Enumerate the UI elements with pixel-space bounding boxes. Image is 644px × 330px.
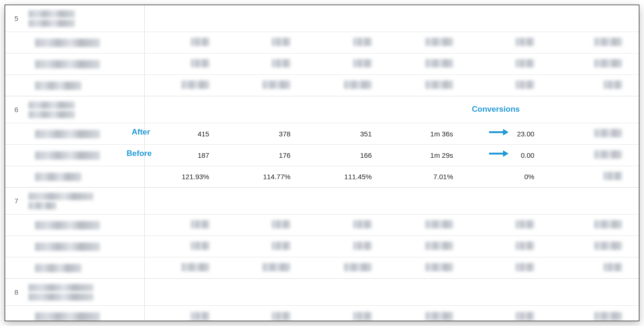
cell-value: 1m 36s (389, 130, 470, 138)
group-title-redacted (28, 193, 94, 209)
cell-redacted (516, 242, 534, 250)
cell-redacted (353, 38, 372, 46)
analytics-comparison-panel: 5 6 (5, 5, 639, 321)
row-label-redacted (35, 39, 100, 47)
row-label-redacted (35, 312, 100, 321)
cell-redacted (604, 81, 622, 89)
table-row-after: 415 378 351 1m 36s 23.00 (5, 123, 639, 145)
cell-redacted (181, 81, 209, 89)
cell-value: 378 (226, 130, 308, 138)
table-row-percent: 121.93% 114.77% 111.45% 7.01% 0% (5, 166, 639, 188)
cell-redacted (594, 220, 622, 229)
group-header-6: 6 (5, 96, 639, 123)
cell-value: 176 (226, 151, 308, 159)
row-label-redacted (35, 151, 100, 160)
cell-redacted (594, 242, 622, 250)
cell-value: 187 (145, 151, 226, 159)
cell-redacted (594, 38, 622, 46)
cell-redacted (272, 220, 290, 229)
cell-redacted (272, 242, 290, 250)
cell-percent: 111.45% (307, 173, 389, 181)
cell-redacted (594, 59, 622, 67)
cell-percent: 121.93% (145, 173, 226, 181)
cell-redacted (191, 59, 209, 67)
table-row-before: 187 176 166 1m 29s 0.00 (5, 145, 639, 166)
cell-redacted (353, 59, 372, 67)
table-row (5, 306, 639, 321)
row-label-redacted (35, 173, 81, 181)
cell-redacted (516, 263, 534, 271)
group-index: 5 (14, 14, 28, 22)
row-label-redacted (35, 242, 100, 251)
cell-redacted (353, 312, 372, 320)
cell-percent: 0% (470, 173, 551, 181)
group-header-5: 5 (5, 5, 639, 32)
cell-redacted (516, 81, 534, 89)
cell-redacted (425, 38, 453, 46)
cell-redacted (594, 129, 622, 137)
row-label-redacted (35, 221, 100, 229)
cell-value: 166 (307, 151, 389, 159)
group-title-redacted (28, 284, 94, 301)
table-row (5, 236, 639, 257)
cell-redacted (191, 242, 209, 250)
table-row (5, 54, 639, 75)
cell-redacted (272, 59, 290, 67)
cell-redacted (262, 263, 290, 271)
cell-redacted (425, 263, 453, 271)
cell-redacted (425, 312, 453, 320)
cell-value: 1m 29s (389, 151, 470, 159)
cell-value: 415 (145, 130, 226, 138)
group-title-redacted (28, 10, 75, 27)
cell-redacted (425, 220, 453, 229)
cell-redacted (516, 220, 534, 229)
group-header-8: 8 (5, 279, 639, 306)
cell-redacted (191, 38, 209, 46)
cell-redacted (181, 263, 209, 271)
cell-redacted (425, 242, 453, 250)
group-index: 7 (14, 197, 28, 205)
cell-redacted (425, 81, 453, 89)
group-title-redacted (28, 101, 75, 118)
cell-conversions: 0.00 (470, 151, 551, 159)
table-row (5, 32, 639, 54)
cell-redacted (344, 81, 372, 89)
row-label-redacted (35, 130, 100, 138)
cell-redacted (594, 312, 622, 320)
cell-redacted (272, 312, 290, 320)
cell-redacted (604, 263, 622, 271)
group-header-7: 7 (5, 188, 639, 215)
group-index: 6 (14, 106, 28, 114)
table-row (5, 215, 639, 236)
row-label-redacted (35, 81, 81, 90)
cell-value: 351 (307, 130, 389, 138)
cell-redacted (425, 59, 453, 67)
cell-redacted (353, 220, 372, 229)
cell-redacted (516, 59, 534, 67)
group-index: 8 (14, 288, 28, 296)
table-row (5, 257, 639, 279)
row-label-redacted (35, 60, 100, 68)
cell-redacted (191, 312, 209, 320)
cell-redacted (604, 172, 622, 180)
cell-redacted (353, 242, 372, 250)
cell-redacted (191, 220, 209, 229)
cell-redacted (272, 38, 290, 46)
cell-percent: 7.01% (389, 173, 470, 181)
cell-redacted (344, 263, 372, 271)
cell-redacted (516, 38, 534, 46)
cell-redacted (262, 81, 290, 89)
cell-percent: 114.77% (226, 173, 308, 181)
cell-redacted (516, 312, 534, 320)
table-row (5, 75, 639, 96)
cell-conversions: 23.00 (470, 130, 551, 138)
cell-redacted (594, 150, 622, 159)
row-label-redacted (35, 264, 81, 272)
